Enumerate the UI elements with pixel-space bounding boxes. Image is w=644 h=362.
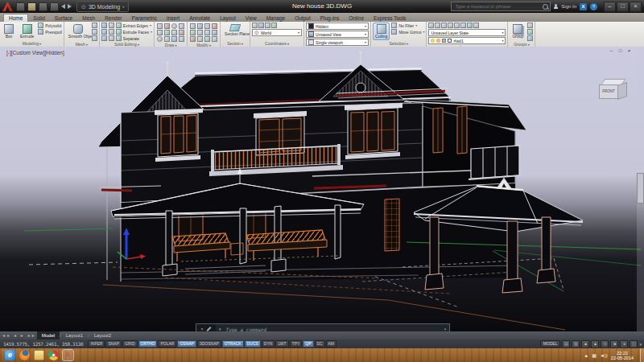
tab-manage[interactable]: Manage [262,14,291,22]
region-tool-icon[interactable] [164,36,170,42]
culling-button[interactable]: Culling [373,23,390,40]
toggle-osnap[interactable]: OSNAP [177,340,196,348]
layer-off-icon[interactable] [435,23,440,28]
drawing-viewport[interactable]: [-][Custom View][Hidden] – □ × FRONT × ▾… [0,47,644,331]
model-space-button[interactable]: MODEL [540,340,561,348]
workspace-switcher[interactable]: ⊙ 3D Modeling ▾ [76,1,129,12]
mesh-smooth-more-icon[interactable] [92,35,97,41]
maximize-button[interactable]: □ [617,2,629,12]
spline-tool-icon[interactable] [179,30,184,35]
clean-screen-icon[interactable]: ◱ [630,340,638,348]
subtract-icon[interactable] [101,29,107,35]
layer-lock-icon[interactable] [454,23,460,28]
tray-volume-icon[interactable]: ◄)) [600,353,608,358]
ucs-world-icon[interactable] [258,23,264,28]
mesh-crease-icon[interactable] [92,29,97,35]
slice-icon[interactable] [109,23,114,28]
tab-layout[interactable]: Layout [215,14,241,22]
viewcube-front-face[interactable]: FRONT [599,84,618,99]
annotation-visibility-icon[interactable]: ▲ [591,340,599,348]
autocad-taskbar-icon[interactable]: A [63,350,73,360]
stretch-tool-icon[interactable] [204,30,210,35]
minimize-button[interactable]: – [604,2,616,12]
mirror-tool-icon[interactable] [197,30,203,35]
viewport-config-dropdown[interactable]: Single viewport▾ [306,39,369,46]
layer-match-icon[interactable] [460,23,466,28]
undo-icon[interactable] [61,4,65,9]
layer-prev-icon[interactable] [467,23,473,28]
ucs-origin-icon[interactable] [265,23,270,28]
named-views-dropdown[interactable]: Unsaved View▾ [306,31,369,38]
viewport-controls[interactable]: [-][Custom View][Hidden] [6,50,64,56]
point-tool-icon[interactable] [157,36,163,42]
scale-tool-icon[interactable] [212,30,217,35]
intersect-icon[interactable] [101,35,107,41]
chrome-icon[interactable] [48,350,59,360]
tab-home[interactable]: Home [3,14,28,22]
close-button[interactable]: × [630,2,642,12]
toggle-3dosnap[interactable]: 3DOSNAP [197,340,221,348]
toggle-lwt[interactable]: LWT [275,340,288,348]
tab-mesh[interactable]: Mesh [77,14,100,22]
help-icon[interactable]: ? [590,3,597,10]
last-layout-icon[interactable]: ►► [26,333,37,338]
panel-label-coordinates[interactable]: Coordinates [252,40,302,47]
plot-icon[interactable] [50,2,59,11]
layer-state-icon[interactable] [473,23,479,28]
search-input[interactable] [453,3,543,10]
separate-button[interactable]: Separate [116,35,152,41]
toggle-tpy[interactable]: TPY [290,340,303,348]
ucs-dropdown[interactable]: ⊙ World ▾ [252,29,302,36]
status-menu-icon[interactable]: ▾ [639,342,642,347]
line-tool-icon[interactable] [157,23,163,29]
tray-network-icon[interactable]: ▦ [592,352,597,358]
tab-plugins[interactable]: Plug-ins [316,14,344,22]
toggle-grid[interactable]: GRID [122,340,138,348]
show-desktop-button[interactable] [640,348,644,362]
extrude-faces-button[interactable]: Extrude Faces▾ [116,29,152,35]
next-layout-icon[interactable]: ► [19,333,26,338]
copy-tool-icon[interactable] [190,30,196,35]
presspull-button[interactable]: Presspull [38,29,62,35]
save-icon[interactable] [39,2,47,11]
tab-insert[interactable]: Insert [162,14,184,22]
mesh-refine-icon[interactable] [92,23,97,28]
union-icon[interactable] [101,23,107,28]
workspace-switching-icon[interactable]: ⊙ [601,340,609,348]
toggle-qp[interactable]: QP [303,340,313,348]
move-gizmo-dropdown[interactable]: Move Gizmo▾ [391,29,424,35]
tab-layout2[interactable]: Layout2 [89,331,116,339]
internet-explorer-icon[interactable]: e [5,350,15,360]
tab-output[interactable]: Output [290,14,316,22]
tab-surface[interactable]: Surface [50,14,77,22]
house-3d-wireframe-drawing[interactable] [0,47,644,331]
ellipse-tool-icon[interactable] [164,30,170,35]
isolate-objects-icon[interactable]: ● [620,340,628,348]
panel-label-modeling[interactable]: Modeling [2,40,62,47]
quick-view-drawings-icon[interactable]: ▥ [572,340,580,348]
layer-dropdown[interactable]: rfwd1 ▾ [428,37,506,44]
check-icon[interactable] [109,35,114,41]
layer-state-dropdown[interactable]: Unsaved Layer State▾ [428,29,506,36]
erase-tool-icon[interactable] [190,36,196,42]
arc-tool-icon[interactable] [179,23,184,29]
fillet-tool-icon[interactable] [212,23,217,29]
group-select-icon[interactable] [527,35,533,41]
toggle-ortho[interactable]: ORTHO [138,340,158,348]
tray-expand-icon[interactable]: ▲ [584,353,588,358]
exchange-apps-icon[interactable]: X [580,3,587,10]
offset-tool-icon[interactable] [212,36,217,42]
viewcube[interactable]: FRONT [597,77,634,109]
toggle-dyn[interactable]: DYN [262,340,275,348]
tab-model[interactable]: Model [37,331,60,339]
first-layout-icon[interactable]: ◄◄ [0,333,11,338]
extract-edges-button[interactable]: Extract Edges▾ [116,23,152,28]
redo-icon[interactable] [68,4,72,9]
tab-express-tools[interactable]: Express Tools [369,14,411,22]
panel-label-selection[interactable]: Selection [373,40,424,47]
drawing-close-icon[interactable]: × [625,48,633,53]
open-file-icon[interactable] [27,2,36,11]
visual-style-dropdown[interactable]: Hidden▾ [306,23,369,30]
toggle-otrack[interactable]: OTRACK [222,340,244,348]
interfere-icon[interactable] [109,29,114,35]
